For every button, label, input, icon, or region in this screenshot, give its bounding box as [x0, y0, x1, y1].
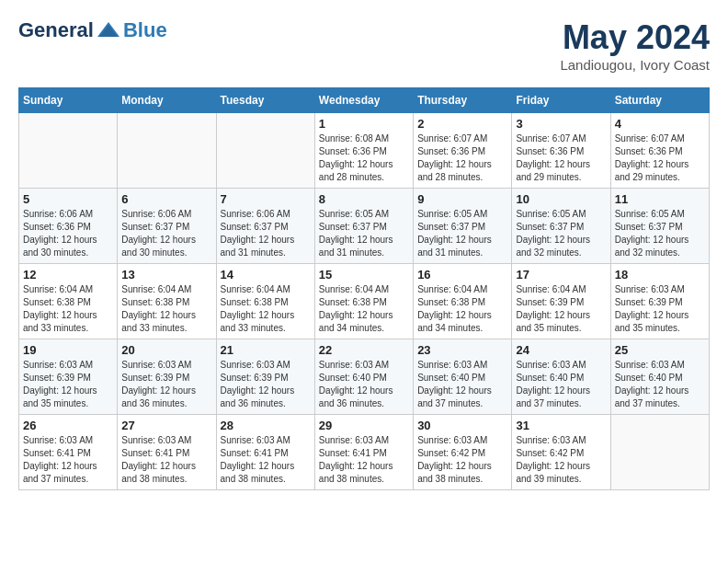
day-info: Sunrise: 6:07 AMSunset: 6:36 PMDaylight:…: [615, 132, 705, 184]
calendar-cell: 2Sunrise: 6:07 AMSunset: 6:36 PMDaylight…: [414, 113, 512, 189]
calendar-week-row: 5Sunrise: 6:06 AMSunset: 6:36 PMDaylight…: [19, 189, 710, 264]
day-info: Sunrise: 6:03 AMSunset: 6:39 PMDaylight:…: [615, 283, 705, 335]
calendar-cell: 21Sunrise: 6:03 AMSunset: 6:39 PMDayligh…: [216, 339, 314, 415]
day-number: 3: [516, 117, 606, 131]
calendar-cell: 19Sunrise: 6:03 AMSunset: 6:39 PMDayligh…: [19, 339, 118, 415]
calendar-cell: 6Sunrise: 6:06 AMSunset: 6:37 PMDaylight…: [118, 189, 216, 264]
day-number: 28: [221, 419, 311, 432]
calendar-cell: 28Sunrise: 6:03 AMSunset: 6:41 PMDayligh…: [216, 415, 314, 490]
calendar-cell: 24Sunrise: 6:03 AMSunset: 6:40 PMDayligh…: [512, 339, 610, 415]
day-number: 19: [23, 343, 113, 357]
day-number: 1: [319, 117, 409, 131]
day-info: Sunrise: 6:03 AMSunset: 6:39 PMDaylight:…: [121, 359, 211, 410]
day-number: 16: [417, 268, 507, 282]
day-number: 18: [615, 268, 705, 282]
day-info: Sunrise: 6:04 AMSunset: 6:38 PMDaylight:…: [221, 283, 311, 335]
day-number: 30: [417, 419, 507, 432]
calendar-cell: 15Sunrise: 6:04 AMSunset: 6:38 PMDayligh…: [314, 264, 413, 339]
day-info: Sunrise: 6:03 AMSunset: 6:41 PMDaylight:…: [319, 434, 409, 486]
calendar-cell: 13Sunrise: 6:04 AMSunset: 6:38 PMDayligh…: [118, 264, 216, 339]
day-number: 7: [221, 192, 311, 206]
logo: General Blue: [18, 18, 167, 42]
day-info: Sunrise: 6:05 AMSunset: 6:37 PMDaylight:…: [319, 208, 409, 259]
day-info: Sunrise: 6:07 AMSunset: 6:36 PMDaylight:…: [516, 132, 606, 184]
day-info: Sunrise: 6:03 AMSunset: 6:41 PMDaylight:…: [221, 434, 311, 486]
calendar-table: SundayMondayTuesdayWednesdayThursdayFrid…: [18, 87, 710, 490]
page-header: General Blue May 2024 Landiougou, Ivory …: [18, 18, 710, 73]
day-info: Sunrise: 6:05 AMSunset: 6:37 PMDaylight:…: [516, 208, 606, 259]
day-info: Sunrise: 6:07 AMSunset: 6:36 PMDaylight:…: [417, 132, 507, 184]
column-header-saturday: Saturday: [610, 88, 709, 113]
day-info: Sunrise: 6:04 AMSunset: 6:38 PMDaylight:…: [121, 283, 211, 335]
calendar-cell: 3Sunrise: 6:07 AMSunset: 6:36 PMDaylight…: [512, 113, 610, 189]
logo-general-text: General: [18, 18, 94, 42]
calendar-cell: 5Sunrise: 6:06 AMSunset: 6:36 PMDaylight…: [19, 189, 118, 264]
day-info: Sunrise: 6:05 AMSunset: 6:37 PMDaylight:…: [417, 208, 507, 259]
calendar-cell: [216, 113, 314, 189]
day-info: Sunrise: 6:06 AMSunset: 6:36 PMDaylight:…: [23, 208, 113, 259]
calendar-cell: [118, 113, 216, 189]
calendar-week-row: 12Sunrise: 6:04 AMSunset: 6:38 PMDayligh…: [19, 264, 710, 339]
month-year-title: May 2024: [560, 18, 710, 57]
day-info: Sunrise: 6:03 AMSunset: 6:39 PMDaylight:…: [221, 359, 311, 410]
day-info: Sunrise: 6:03 AMSunset: 6:41 PMDaylight:…: [23, 434, 113, 486]
calendar-cell: 8Sunrise: 6:05 AMSunset: 6:37 PMDaylight…: [314, 189, 413, 264]
calendar-cell: 10Sunrise: 6:05 AMSunset: 6:37 PMDayligh…: [512, 189, 610, 264]
day-number: 22: [319, 343, 409, 357]
day-info: Sunrise: 6:06 AMSunset: 6:37 PMDaylight:…: [221, 208, 311, 259]
day-number: 29: [319, 419, 409, 432]
day-info: Sunrise: 6:03 AMSunset: 6:42 PMDaylight:…: [417, 434, 507, 486]
day-info: Sunrise: 6:03 AMSunset: 6:40 PMDaylight:…: [417, 359, 507, 410]
calendar-cell: 11Sunrise: 6:05 AMSunset: 6:37 PMDayligh…: [610, 189, 709, 264]
day-number: 12: [23, 268, 113, 282]
day-number: 31: [516, 419, 606, 432]
day-number: 24: [516, 343, 606, 357]
day-info: Sunrise: 6:03 AMSunset: 6:41 PMDaylight:…: [121, 434, 211, 486]
calendar-week-row: 1Sunrise: 6:08 AMSunset: 6:36 PMDaylight…: [19, 113, 710, 189]
day-number: 17: [516, 268, 606, 282]
day-number: 26: [23, 419, 113, 432]
column-header-tuesday: Tuesday: [216, 88, 314, 113]
day-info: Sunrise: 6:03 AMSunset: 6:40 PMDaylight:…: [319, 359, 409, 410]
day-info: Sunrise: 6:04 AMSunset: 6:38 PMDaylight:…: [319, 283, 409, 335]
day-info: Sunrise: 6:04 AMSunset: 6:39 PMDaylight:…: [516, 283, 606, 335]
day-number: 23: [417, 343, 507, 357]
calendar-cell: 22Sunrise: 6:03 AMSunset: 6:40 PMDayligh…: [314, 339, 413, 415]
day-info: Sunrise: 6:03 AMSunset: 6:39 PMDaylight:…: [23, 359, 113, 410]
calendar-cell: 14Sunrise: 6:04 AMSunset: 6:38 PMDayligh…: [216, 264, 314, 339]
calendar-cell: 9Sunrise: 6:05 AMSunset: 6:37 PMDaylight…: [414, 189, 512, 264]
day-number: 11: [615, 192, 705, 206]
day-number: 2: [417, 117, 507, 131]
calendar-cell: 25Sunrise: 6:03 AMSunset: 6:40 PMDayligh…: [610, 339, 709, 415]
title-area: May 2024 Landiougou, Ivory Coast: [560, 18, 710, 73]
day-number: 9: [417, 192, 507, 206]
day-info: Sunrise: 6:08 AMSunset: 6:36 PMDaylight:…: [319, 132, 409, 184]
column-header-wednesday: Wednesday: [314, 88, 413, 113]
day-info: Sunrise: 6:03 AMSunset: 6:40 PMDaylight:…: [615, 359, 705, 410]
day-number: 15: [319, 268, 409, 282]
calendar-header-row: SundayMondayTuesdayWednesdayThursdayFrid…: [19, 88, 710, 113]
calendar-cell: 26Sunrise: 6:03 AMSunset: 6:41 PMDayligh…: [19, 415, 118, 490]
calendar-cell: 4Sunrise: 6:07 AMSunset: 6:36 PMDaylight…: [610, 113, 709, 189]
column-header-thursday: Thursday: [414, 88, 512, 113]
calendar-week-row: 19Sunrise: 6:03 AMSunset: 6:39 PMDayligh…: [19, 339, 710, 415]
day-number: 20: [121, 343, 211, 357]
day-number: 4: [615, 117, 705, 131]
calendar-cell: 23Sunrise: 6:03 AMSunset: 6:40 PMDayligh…: [414, 339, 512, 415]
calendar-cell: 27Sunrise: 6:03 AMSunset: 6:41 PMDayligh…: [118, 415, 216, 490]
calendar-cell: 17Sunrise: 6:04 AMSunset: 6:39 PMDayligh…: [512, 264, 610, 339]
day-number: 13: [121, 268, 211, 282]
day-number: 27: [121, 419, 211, 432]
location-subtitle: Landiougou, Ivory Coast: [560, 57, 710, 73]
column-header-friday: Friday: [512, 88, 610, 113]
day-number: 21: [221, 343, 311, 357]
calendar-cell: 18Sunrise: 6:03 AMSunset: 6:39 PMDayligh…: [610, 264, 709, 339]
calendar-cell: 31Sunrise: 6:03 AMSunset: 6:42 PMDayligh…: [512, 415, 610, 490]
calendar-cell: 7Sunrise: 6:06 AMSunset: 6:37 PMDaylight…: [216, 189, 314, 264]
day-number: 10: [516, 192, 606, 206]
day-info: Sunrise: 6:04 AMSunset: 6:38 PMDaylight:…: [417, 283, 507, 335]
day-info: Sunrise: 6:03 AMSunset: 6:42 PMDaylight:…: [516, 434, 606, 486]
day-info: Sunrise: 6:06 AMSunset: 6:37 PMDaylight:…: [121, 208, 211, 259]
day-number: 25: [615, 343, 705, 357]
day-number: 8: [319, 192, 409, 206]
